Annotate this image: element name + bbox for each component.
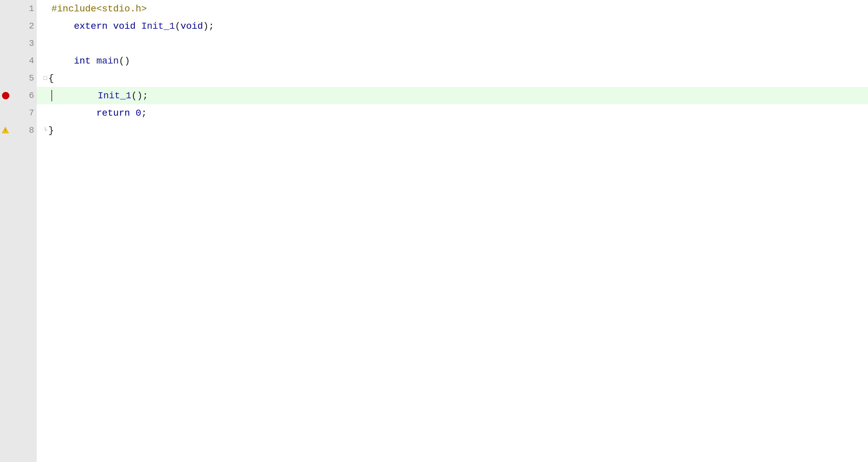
token bbox=[91, 56, 96, 66]
gutter-row-6[interactable]: 6 bbox=[0, 87, 37, 104]
code-line-6[interactable]: Init_1(); bbox=[37, 87, 868, 104]
line-number-7: 7 bbox=[29, 108, 34, 118]
code-line-3[interactable] bbox=[37, 35, 868, 52]
token bbox=[52, 108, 96, 118]
svg-text:!: ! bbox=[4, 129, 6, 134]
token: () bbox=[119, 56, 130, 66]
code-line-5[interactable]: □{ bbox=[37, 69, 868, 87]
token: { bbox=[49, 73, 54, 84]
line-number-2: 2 bbox=[29, 21, 34, 31]
code-line-7[interactable]: return 0; bbox=[37, 104, 868, 122]
editor-area[interactable]: #include<stdio.h> extern void Init_1(voi… bbox=[37, 0, 868, 462]
gutter-row-4[interactable]: 4 bbox=[0, 52, 37, 69]
breakpoint-dot bbox=[2, 92, 9, 99]
token: } bbox=[49, 125, 54, 136]
line-number-6: 6 bbox=[29, 91, 34, 100]
line-number-3: 3 bbox=[29, 38, 34, 49]
warning-icon: ! bbox=[1, 126, 9, 135]
gutter-row-8[interactable]: !8 bbox=[0, 122, 37, 139]
token: (); bbox=[131, 91, 148, 101]
token: return bbox=[96, 108, 130, 118]
token: extern bbox=[52, 21, 113, 31]
gutter-row-5[interactable]: 5 bbox=[0, 69, 37, 87]
token: #include<stdio.h> bbox=[52, 4, 147, 14]
token: ); bbox=[203, 21, 214, 31]
token bbox=[135, 21, 141, 31]
code-line-2[interactable]: extern void Init_1(void); bbox=[37, 18, 868, 35]
text-cursor bbox=[52, 90, 52, 101]
token: ; bbox=[141, 108, 147, 118]
token: 0 bbox=[135, 108, 141, 118]
code-line-8[interactable]: └} bbox=[37, 122, 868, 139]
line-number-4: 4 bbox=[29, 56, 34, 66]
token: main bbox=[96, 56, 119, 66]
gutter-row-3[interactable]: 3 bbox=[0, 35, 37, 52]
token: void bbox=[113, 21, 135, 31]
token: Init_1 bbox=[97, 91, 131, 101]
token: Init_1 bbox=[141, 21, 175, 31]
code-line-1[interactable]: #include<stdio.h> bbox=[37, 0, 868, 18]
token: ( bbox=[175, 21, 181, 31]
gutter-row-2[interactable]: 2 bbox=[0, 18, 37, 35]
line-number-1: 1 bbox=[29, 4, 34, 14]
gutter-row-7[interactable]: 7 bbox=[0, 104, 37, 122]
token bbox=[52, 56, 74, 66]
line-number-8: 8 bbox=[29, 125, 34, 135]
gutter: 1234567!8 bbox=[0, 0, 37, 462]
line-number-5: 5 bbox=[29, 73, 34, 83]
code-line-4[interactable]: int main() bbox=[37, 52, 868, 69]
fold-indicator-8[interactable]: └ bbox=[43, 127, 47, 134]
token bbox=[130, 108, 135, 118]
token: void bbox=[181, 21, 203, 31]
fold-indicator-5[interactable]: □ bbox=[43, 75, 47, 82]
token bbox=[53, 91, 97, 101]
token: int bbox=[74, 56, 91, 66]
gutter-row-1[interactable]: 1 bbox=[0, 0, 37, 18]
